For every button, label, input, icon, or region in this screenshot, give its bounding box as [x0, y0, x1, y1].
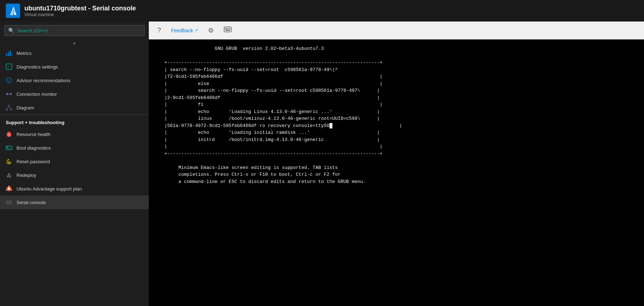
- diagnostics-label: Diagnostics settings: [16, 64, 58, 70]
- svg-text:i: i: [8, 78, 9, 83]
- svg-rect-38: [228, 28, 229, 29]
- svg-rect-35: [225, 28, 226, 29]
- support-section-header: Support + troubleshooting: [0, 114, 149, 127]
- toolbar: ? Feedback ↗ ⚙: [149, 22, 644, 39]
- svg-point-12: [10, 93, 12, 95]
- svg-point-29: [6, 189, 7, 190]
- search-icon: 🔍: [8, 28, 14, 33]
- azure-logo: [6, 4, 20, 18]
- svg-rect-45: [229, 29, 230, 30]
- svg-rect-37: [227, 28, 228, 29]
- svg-rect-44: [228, 29, 229, 30]
- svg-point-23: [9, 162, 9, 163]
- sidebar-item-resource[interactable]: Resource health: [0, 127, 149, 141]
- svg-point-26: [8, 188, 10, 190]
- advisor-icon: i: [6, 77, 12, 84]
- serial-icon: [6, 199, 12, 206]
- svg-point-15: [6, 109, 8, 110]
- sidebar-item-reset[interactable]: Reset password: [0, 155, 149, 168]
- boot-icon: [6, 145, 12, 151]
- redeploy-label: Redeploy: [16, 173, 36, 178]
- svg-line-17: [7, 107, 9, 109]
- content-area: ? Feedback ↗ ⚙ GNU GRUB version 2.02~bet…: [149, 22, 644, 306]
- external-link-icon: ↗: [195, 28, 198, 33]
- svg-rect-39: [229, 28, 230, 29]
- sidebar-item-diagnostics[interactable]: + Diagnostics settings: [0, 60, 149, 74]
- feedback-label: Feedback: [171, 28, 193, 33]
- ubuntu-icon: [6, 185, 12, 192]
- terminal[interactable]: GNU GRUB version 2.02~beta3-4ubuntu7.3 +…: [149, 39, 644, 306]
- main-layout: 🔍 ▲ Metrics + Diagnostics settings i Adv…: [0, 22, 644, 306]
- header: ubuntu1710grubtest - Serial console Virt…: [0, 0, 644, 22]
- scroll-arrow-up: ▲: [0, 39, 149, 46]
- sidebar-item-serial[interactable]: Serial console: [0, 196, 149, 209]
- advisor-label: Advisor recommendations: [16, 78, 70, 83]
- sidebar-item-advisor[interactable]: i Advisor recommendations: [0, 74, 149, 87]
- svg-point-28: [11, 189, 12, 190]
- page-title: ubuntu1710grubtest - Serial console: [24, 5, 136, 12]
- page-subtitle: Virtual machine: [24, 12, 136, 17]
- svg-point-9: [6, 78, 11, 83]
- svg-rect-4: [8, 52, 9, 56]
- redeploy-icon: [6, 172, 12, 178]
- svg-line-18: [9, 107, 11, 109]
- svg-point-16: [10, 109, 12, 110]
- svg-rect-20: [7, 147, 8, 148]
- settings-button[interactable]: ⚙: [205, 25, 217, 36]
- resource-icon: [6, 131, 12, 137]
- ubuntu-label: Ubuntu Advantage support plan: [16, 186, 82, 192]
- connection-label: Connection monitor: [16, 91, 57, 97]
- resource-label: Resource health: [16, 132, 51, 137]
- connection-icon: [6, 91, 12, 97]
- sidebar-item-metrics[interactable]: Metrics: [0, 46, 149, 60]
- svg-text:+: +: [7, 65, 9, 69]
- keyboard-button[interactable]: [221, 25, 235, 36]
- svg-rect-46: [230, 29, 231, 30]
- sidebar: 🔍 ▲ Metrics + Diagnostics settings i Adv…: [0, 22, 149, 306]
- sidebar-item-connection[interactable]: Connection monitor: [0, 87, 149, 101]
- diagram-icon: [6, 104, 12, 111]
- search-input[interactable]: [17, 28, 141, 33]
- svg-rect-6: [11, 53, 12, 56]
- svg-point-11: [6, 93, 8, 95]
- serial-label: Serial console: [16, 200, 46, 205]
- svg-rect-21: [7, 148, 10, 149]
- metrics-label: Metrics: [16, 51, 32, 56]
- help-button[interactable]: ?: [155, 25, 164, 36]
- search-container[interactable]: 🔍: [4, 25, 145, 36]
- svg-point-14: [8, 105, 10, 107]
- sidebar-item-boot[interactable]: Boot diagnostics: [0, 141, 149, 155]
- svg-rect-41: [225, 29, 226, 30]
- svg-rect-43: [227, 29, 228, 30]
- svg-rect-5: [10, 51, 11, 56]
- svg-rect-42: [226, 29, 227, 30]
- keyboard-icon: [224, 27, 232, 32]
- sidebar-item-ubuntu[interactable]: Ubuntu Advantage support plan: [0, 182, 149, 196]
- feedback-button[interactable]: Feedback ↗: [168, 26, 200, 35]
- svg-rect-36: [226, 28, 227, 29]
- svg-point-27: [9, 186, 10, 187]
- boot-label: Boot diagnostics: [16, 145, 51, 151]
- reset-icon: [6, 158, 12, 165]
- cursor: [330, 123, 332, 128]
- svg-rect-31: [7, 201, 11, 203]
- svg-rect-40: [230, 28, 231, 29]
- diagram-label: Diagram: [16, 105, 34, 110]
- metrics-icon: [6, 50, 12, 56]
- sidebar-item-diagram[interactable]: Diagram: [0, 101, 149, 114]
- svg-rect-47: [226, 30, 230, 31]
- header-title-block: ubuntu1710grubtest - Serial console Virt…: [24, 5, 136, 17]
- diagnostics-icon: +: [6, 63, 12, 70]
- reset-label: Reset password: [16, 159, 50, 164]
- svg-rect-3: [6, 53, 7, 56]
- sidebar-item-redeploy[interactable]: Redeploy: [0, 168, 149, 182]
